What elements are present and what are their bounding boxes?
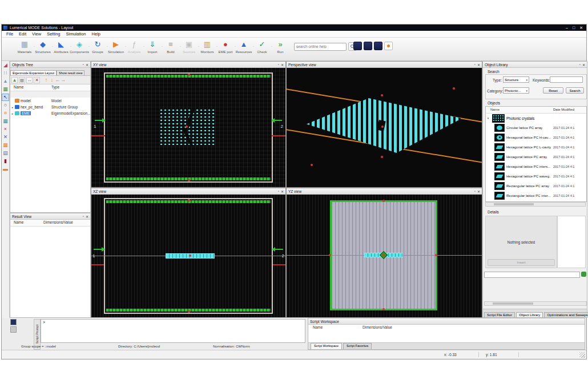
xy-canvas[interactable]: 1 2 — [91, 68, 285, 187]
toolbar-button[interactable]: ƒ Analysis — [125, 39, 143, 54]
close-panel-icon[interactable]: ✕ — [281, 63, 284, 67]
toolbar-button[interactable]: ⇓ Import — [143, 39, 162, 54]
minimize-icon[interactable]: – — [566, 26, 568, 30]
tree-tool-icon[interactable]: ▲ — [11, 77, 18, 83]
confirm-icon[interactable] — [581, 272, 586, 277]
object-list-item[interactable]: Hexagonal lattice PC L-cavity 2017-01-24… — [486, 142, 586, 152]
panel-tab[interactable]: Object Library — [516, 312, 543, 317]
float-panel-icon[interactable]: ▫ — [474, 63, 476, 67]
dock-icon[interactable] — [10, 326, 17, 333]
tree-row[interactable]: ▸ EME EigenmodeExpansion... — [10, 110, 90, 116]
draw-tool-icon[interactable]: ◢ — [2, 62, 9, 69]
dock-icon[interactable] — [10, 319, 17, 325]
float-panel-icon[interactable]: ▫ — [83, 63, 84, 67]
tree-tool-icon[interactable]: ▦ — [19, 77, 25, 83]
toolbar-button[interactable]: ↻ Groups — [88, 39, 107, 54]
workspace-tab[interactable]: Script Workspace — [311, 343, 342, 349]
move-arrow-icon[interactable]: ← — [55, 77, 61, 83]
product-icon-4[interactable] — [384, 42, 393, 50]
mesh-tool-icon[interactable]: ▦ — [2, 86, 9, 93]
resize-grip[interactable] — [579, 352, 585, 358]
toolbar-button[interactable]: ▶ Simulation — [107, 39, 125, 54]
toolbar-button[interactable]: ● EME port — [216, 39, 235, 54]
close-panel-icon[interactable]: ✕ — [86, 63, 88, 67]
float-panel-icon[interactable]: ▫ — [474, 189, 476, 193]
cell-tool-icon[interactable]: ▮ — [2, 157, 9, 165]
move-arrow-icon[interactable]: ↑ — [43, 77, 49, 83]
layers-tool-icon[interactable]: ▬ — [2, 165, 9, 173]
move-arrow-icon[interactable]: ↓ — [49, 77, 55, 83]
type-select[interactable]: Structure▾ — [503, 76, 529, 83]
show-result-view-button[interactable]: Show result view — [57, 70, 84, 75]
calc-tool-icon[interactable]: ▤ — [2, 149, 9, 157]
toolbar-button[interactable]: ▣ Sources — [180, 39, 198, 54]
help-search-input[interactable] — [294, 43, 347, 51]
tree-tool-icon[interactable]: ✕ — [34, 77, 40, 83]
expander-icon[interactable]: ▾ — [486, 116, 490, 120]
menu-item[interactable]: View — [32, 31, 41, 37]
product-icon-2[interactable] — [364, 42, 372, 50]
category-select[interactable]: Photonic...▾ — [503, 87, 529, 94]
toolbar-button[interactable]: ▥ Monitors — [198, 39, 216, 54]
toolbar-button[interactable]: ▦ Materials — [15, 39, 34, 54]
tree-tool-icon[interactable]: ↔ — [26, 77, 33, 83]
object-list-item[interactable]: Rectangular lattice PC array 2017-01-24 … — [486, 181, 586, 191]
array-tool-icon[interactable]: ▦ — [2, 142, 9, 149]
close-panel-icon[interactable]: ✕ — [477, 189, 480, 193]
product-icon-1[interactable] — [353, 42, 362, 50]
menu-item[interactable]: File — [6, 31, 13, 37]
tab-eigenmode-expansion-layout[interactable]: Eigenmode Expansion Layout — [10, 70, 57, 75]
tree-row[interactable]: model Model — [10, 98, 90, 104]
horizontal-scrollbar[interactable] — [485, 202, 586, 207]
object-list-item[interactable]: Circular lattice PC array 2017-01-24 4:1 — [486, 123, 586, 132]
close-panel-icon[interactable]: ✕ — [582, 63, 585, 67]
toolbar-button[interactable]: ✓ Check — [253, 39, 271, 54]
select-tool-icon[interactable]: ↖ — [2, 94, 9, 101]
expander-icon[interactable]: ▸ — [10, 106, 15, 109]
tree-row[interactable]: ▸ hex_pc_bend Structure Group — [10, 104, 90, 110]
maximize-icon[interactable]: □ — [573, 26, 575, 30]
grid-tool-icon[interactable]: ▦ — [2, 118, 9, 125]
object-list-item[interactable]: Hexagonal lattice PC waveg... 2017-01-24… — [486, 171, 586, 181]
expander-icon[interactable]: ▸ — [10, 112, 15, 115]
close-panel-icon[interactable]: ✕ — [281, 189, 284, 193]
object-list-item[interactable]: Hexagonal lattice PC array 2017-01-24 4:… — [486, 152, 586, 161]
object-list-item[interactable]: Rectangular lattice PC inter... 2017-01-… — [486, 191, 586, 200]
xz-canvas[interactable]: 1 2 — [91, 195, 285, 317]
vertex-tool-icon[interactable]: ∷ — [2, 70, 9, 77]
panel-tab[interactable]: Optimizations and Sweeps — [544, 312, 588, 317]
close-panel-icon[interactable]: ✕ — [86, 215, 88, 219]
close-panel-icon[interactable]: ✕ — [477, 63, 480, 67]
toolbar-button[interactable]: » Run — [271, 39, 289, 54]
object-list-item[interactable]: Hexagonal lattice PC H-cav... 2017-01-24… — [486, 132, 586, 142]
workspace-tab[interactable]: Script Favorites — [343, 343, 372, 349]
object-group-row[interactable]: ▾ Photonic crystals — [486, 114, 586, 123]
toolbar-button[interactable]: ◆ Structures — [34, 39, 52, 54]
float-panel-icon[interactable]: ▫ — [278, 63, 279, 67]
object-list-item[interactable]: Hexagonal lattice PC inters... 2017-01-2… — [486, 161, 586, 171]
key-tool-icon[interactable]: × — [2, 126, 9, 133]
panel-tab[interactable]: Script File Editor — [484, 312, 515, 317]
reset-button[interactable]: Reset — [543, 87, 563, 94]
close-icon[interactable]: ✕ — [579, 26, 583, 30]
move-arrow-icon[interactable]: → — [61, 77, 66, 83]
product-icon-3[interactable] — [374, 42, 382, 50]
toolbar-button[interactable]: ◈ Components — [70, 39, 88, 54]
horizontal-scrollbar[interactable] — [484, 301, 587, 306]
insert-button[interactable]: Insert — [488, 259, 555, 266]
toolbar-button[interactable]: ≡ Build — [162, 39, 180, 54]
keywords-input[interactable] — [550, 76, 583, 83]
script-workspace-body[interactable] — [308, 331, 585, 343]
toolbar-button[interactable]: ▲ Resources — [235, 39, 253, 54]
perspective-canvas[interactable] — [287, 68, 482, 187]
float-panel-icon[interactable]: ▫ — [83, 215, 84, 219]
float-panel-icon[interactable]: ▫ — [278, 189, 279, 193]
align-tool-icon[interactable]: ▲ — [2, 78, 9, 85]
yz-canvas[interactable] — [287, 195, 482, 317]
zoom-tool-icon[interactable]: ○ — [2, 102, 9, 109]
orbit-tool-icon[interactable]: ¤ — [2, 110, 9, 117]
menu-item[interactable]: Setting — [47, 31, 60, 37]
menu-item[interactable]: Simulation — [66, 31, 86, 37]
toolbar-button[interactable]: ◣ Attributes — [52, 39, 70, 54]
details-input[interactable] — [484, 272, 580, 278]
